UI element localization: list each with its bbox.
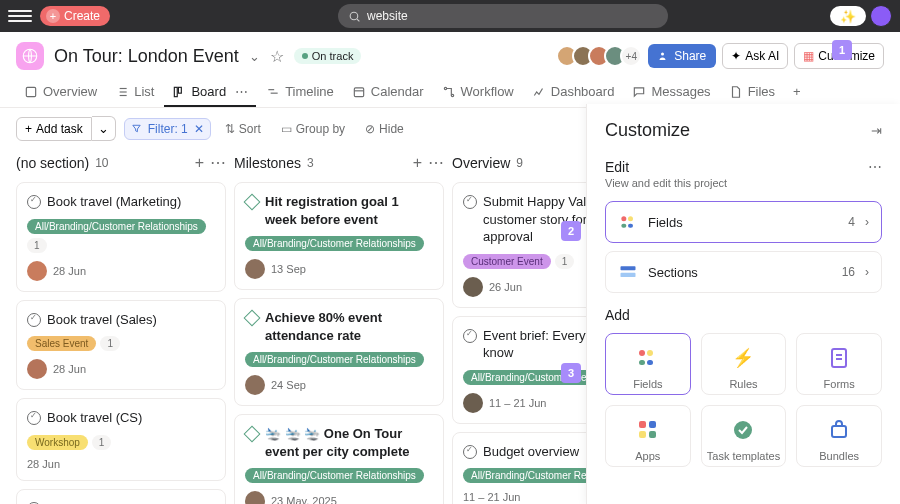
group-button[interactable]: ▭ Group by [275,119,351,139]
sort-button[interactable]: ⇅ Sort [219,119,267,139]
complete-checkbox[interactable] [27,313,41,327]
hide-button[interactable]: ⊘ Hide [359,119,410,139]
column-count: 3 [307,156,314,170]
assignee-avatar[interactable] [27,261,47,281]
add-forms-card[interactable]: Forms [796,333,882,395]
assignee-avatar[interactable] [245,491,265,504]
people-icon [658,50,670,62]
upgrade-icon[interactable]: ✨ [830,6,866,26]
tab-calendar[interactable]: Calendar [344,78,432,107]
tag[interactable]: Workshop [27,435,88,450]
tag[interactable]: All/Branding/Customer Relationships [27,219,206,234]
complete-checkbox[interactable] [463,445,477,459]
assignee-avatar[interactable] [245,375,265,395]
tab-workflow[interactable]: Workflow [434,78,522,107]
due-date: 26 Jun [489,281,522,293]
add-rules-card[interactable]: ⚡ Rules [701,333,787,395]
overview-icon [24,85,38,99]
milestone-icon[interactable] [244,426,261,443]
tab-timeline[interactable]: Timeline [258,78,342,107]
add-templates-card[interactable]: Task templates [701,405,787,467]
search-input[interactable] [367,9,658,23]
share-button[interactable]: Share [648,44,716,68]
task-card[interactable]: Book travel (Marketing)All/Branding/Cust… [16,182,226,292]
more-icon[interactable]: ⋯ [868,159,882,175]
assignee-avatar[interactable] [245,259,265,279]
tag[interactable]: Sales Event [27,336,96,351]
callout-badge-2: 2 [561,221,581,241]
tag[interactable]: All/Branding/Customer Relationships [245,352,424,367]
status-badge[interactable]: On track [294,48,362,64]
tab-overview[interactable]: Overview [16,78,105,107]
more-icon[interactable]: ⋯ [235,84,248,99]
tab-messages[interactable]: Messages [624,78,718,107]
tag[interactable]: All/Branding/Customer Relationships [245,236,424,251]
messages-icon [632,85,646,99]
due-date: 24 Sep [271,379,306,391]
chevron-down-icon[interactable]: ⌄ [249,49,260,64]
forms-icon [827,346,851,370]
milestone-icon[interactable] [244,310,261,327]
menu-icon[interactable] [8,4,32,28]
complete-checkbox[interactable] [463,195,477,209]
milestone-icon[interactable] [244,194,261,211]
collapse-icon[interactable]: ⇥ [871,123,882,138]
assignee-avatar[interactable] [463,393,483,413]
tab-files[interactable]: Files [721,78,783,107]
add-fields-card[interactable]: Fields [605,333,691,395]
sparkle-icon: ✦ [731,49,741,63]
callout-badge-3: 3 [561,363,581,383]
tab-list[interactable]: List [107,78,162,107]
svg-point-22 [639,350,645,356]
task-card[interactable]: Customer Success DRI (World Tour London,… [16,489,226,504]
more-icon[interactable]: ⋯ [428,153,444,172]
add-task-dropdown[interactable]: ⌄ [92,116,116,141]
sections-row[interactable]: Sections 16 › [605,251,882,293]
star-icon[interactable]: ☆ [270,47,284,66]
check-icon [731,418,755,442]
complete-checkbox[interactable] [27,195,41,209]
tag[interactable]: All/Branding/Customer Relationships [245,468,424,483]
tag[interactable]: Customer Event [463,254,551,269]
user-avatar[interactable] [870,5,892,27]
add-card-icon[interactable]: + [195,154,204,172]
due-date: 28 Jun [27,458,60,470]
due-date: 28 Jun [53,265,86,277]
more-icon[interactable]: ⋯ [210,153,226,172]
tab-board[interactable]: Board⋯ [164,78,256,107]
svg-rect-24 [639,360,645,365]
due-date: 28 Jun [53,363,86,375]
add-tab-button[interactable]: + [785,78,809,107]
filter-chip[interactable]: Filter: 1 ✕ [124,118,211,140]
task-card[interactable]: Hit registration goal 1 week before even… [234,182,444,290]
add-bundles-card[interactable]: Bundles [796,405,882,467]
task-card[interactable]: 🛬 🛬 🛬 One On Tour event per city complet… [234,414,444,504]
assignee-avatar[interactable] [463,277,483,297]
create-button[interactable]: + Create [40,6,110,26]
svg-rect-31 [639,431,646,438]
task-card[interactable]: Achieve 80% event attendance rateAll/Bra… [234,298,444,406]
due-date: 13 Sep [271,263,306,275]
fields-icon [618,212,638,232]
subtask-count: 1 [27,238,47,253]
add-section-title: Add [605,307,882,323]
complete-checkbox[interactable] [463,329,477,343]
column-title: (no section) [16,155,89,171]
fields-row[interactable]: Fields 4 › [605,201,882,243]
member-avatars[interactable]: +4 [556,45,642,67]
svg-point-23 [647,350,653,356]
search-input-container[interactable] [338,4,668,28]
task-card[interactable]: Book travel (Sales)Sales Event128 Jun [16,300,226,391]
assignee-avatar[interactable] [27,359,47,379]
svg-point-16 [621,216,626,221]
task-card[interactable]: Book travel (CS)Workshop128 Jun [16,398,226,481]
due-date: 11 – 21 Jun [489,397,547,409]
close-icon[interactable]: ✕ [194,122,204,136]
complete-checkbox[interactable] [27,411,41,425]
add-card-icon[interactable]: + [413,154,422,172]
tab-dashboard[interactable]: Dashboard [524,78,623,107]
add-apps-card[interactable]: Apps [605,405,691,467]
ask-ai-button[interactable]: ✦ Ask AI [722,43,788,69]
subtask-count: 1 [92,435,112,450]
add-task-button[interactable]: + Add task [16,117,92,141]
